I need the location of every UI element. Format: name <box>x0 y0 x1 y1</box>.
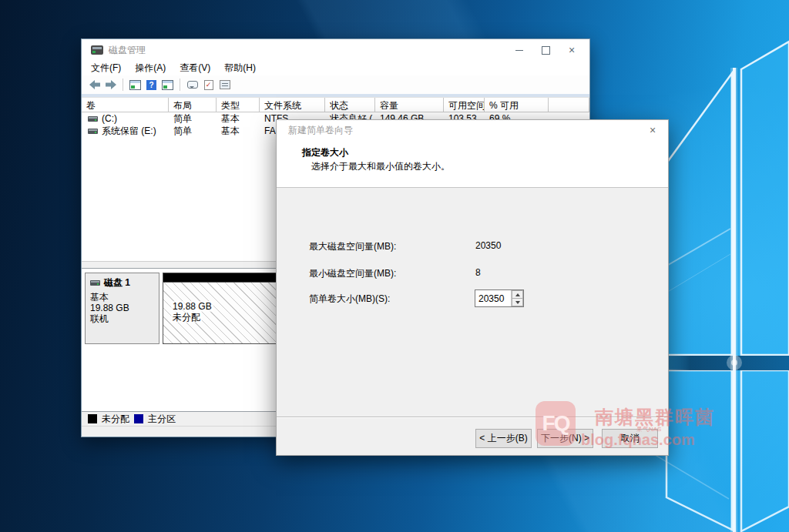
menu-bar: 文件(F) 操作(A) 查看(V) 帮助(H) <box>82 61 589 75</box>
disk-1-header-box[interactable]: 磁盘 1 基本 19.88 GB 联机 <box>85 273 159 344</box>
help-icon[interactable]: ? <box>145 79 158 91</box>
min-disk-space-value: 8 <box>475 267 481 278</box>
wizard-subheading: 选择介于最大和最小值的卷大小。 <box>311 160 450 173</box>
menu-file[interactable]: 文件(F) <box>91 62 129 75</box>
column-header-type[interactable]: 类型 <box>217 98 260 112</box>
volume-name: (C:) <box>102 113 117 124</box>
column-header-layout[interactable]: 布局 <box>169 98 217 112</box>
unallocated-size: 19.88 GB <box>171 301 213 312</box>
chevron-up-icon <box>515 291 520 296</box>
simple-volume-size-label: 简单卷大小(MB)(S): <box>309 293 390 306</box>
next-button[interactable]: 下一步(N) > <box>537 429 593 448</box>
close-button[interactable]: × <box>559 42 585 59</box>
disk-management-app-icon <box>91 45 103 55</box>
volume-layout: 简单 <box>169 112 217 125</box>
legend-label-primary: 主分区 <box>148 413 176 426</box>
toolbar-separator <box>123 79 123 91</box>
column-header-status[interactable]: 状态 <box>325 98 375 112</box>
forward-icon[interactable] <box>104 79 117 91</box>
disk-type: 基本 <box>90 292 159 303</box>
menu-view[interactable]: 查看(V) <box>180 62 218 75</box>
column-header-volume[interactable]: 卷 <box>82 98 169 112</box>
volume-icon <box>88 116 98 122</box>
wizard-header: 指定卷大小 选择介于最大和最小值的卷大小。 <box>277 140 668 188</box>
menu-action[interactable]: 操作(A) <box>135 62 173 75</box>
chevron-down-icon <box>515 301 520 306</box>
legend-label-unallocated: 未分配 <box>102 413 129 426</box>
window-title: 磁盘管理 <box>109 44 506 57</box>
spin-up-button[interactable] <box>512 290 523 299</box>
column-header-pct-free[interactable]: % 可用 <box>485 98 549 112</box>
volume-layout: 简单 <box>169 125 217 138</box>
back-icon[interactable] <box>88 79 101 91</box>
volume-size-spinbox <box>475 289 524 307</box>
volume-icon <box>88 129 98 134</box>
unallocated-label: 未分配 <box>171 312 202 323</box>
legend-swatch-unallocated <box>88 414 97 423</box>
footer-divider <box>277 417 668 417</box>
column-header-filesystem[interactable]: 文件系统 <box>260 98 325 112</box>
wizard-close-icon[interactable]: × <box>637 121 668 139</box>
refresh-check-icon[interactable]: ✓ <box>202 79 215 91</box>
legend-swatch-primary <box>134 414 143 423</box>
menu-help[interactable]: 帮助(H) <box>224 62 264 75</box>
max-disk-space-label: 最大磁盘空间量(MB): <box>309 240 396 253</box>
max-disk-space-value: 20350 <box>475 240 501 251</box>
wizard-title: 新建简单卷向导 <box>277 124 637 137</box>
volume-type: 基本 <box>217 125 260 138</box>
spin-down-button[interactable] <box>512 299 523 306</box>
back-button[interactable]: < 上一步(B) <box>475 429 532 448</box>
wizard-heading: 指定卷大小 <box>302 146 348 159</box>
cancel-button[interactable]: 取消 <box>602 429 658 448</box>
disk-name: 磁盘 1 <box>104 276 130 289</box>
disk-status: 联机 <box>90 313 159 324</box>
minimize-button[interactable] <box>506 42 532 59</box>
column-header-free-space[interactable]: 可用空间 <box>444 98 485 112</box>
toolbar-separator <box>180 79 180 91</box>
disk-icon <box>90 280 100 286</box>
title-bar[interactable]: 磁盘管理 × <box>82 39 589 61</box>
console-window-icon[interactable] <box>129 79 142 91</box>
toolbar: ? ✓ <box>82 75 589 94</box>
min-disk-space-label: 最小磁盘空间量(MB): <box>309 267 396 280</box>
action-bubble-icon[interactable] <box>186 79 199 91</box>
volume-type: 基本 <box>217 112 260 125</box>
show-hide-console-tree-icon[interactable] <box>161 79 174 91</box>
maximize-button[interactable] <box>532 42 559 59</box>
column-header-capacity[interactable]: 容量 <box>375 98 444 112</box>
volume-table-header: 卷 布局 类型 文件系统 状态 容量 可用空间 % 可用 <box>82 97 589 112</box>
volume-size-input[interactable] <box>475 290 511 306</box>
wizard-title-bar[interactable]: 新建简单卷向导 × <box>277 120 668 140</box>
new-simple-volume-wizard-dialog: 新建简单卷向导 × 指定卷大小 选择介于最大和最小值的卷大小。 最大磁盘空间量(… <box>276 119 669 456</box>
column-header-blank <box>549 98 589 112</box>
properties-icon[interactable] <box>218 79 231 91</box>
disk-size: 19.88 GB <box>90 303 159 313</box>
volume-name: 系统保留 (E:) <box>102 125 156 136</box>
